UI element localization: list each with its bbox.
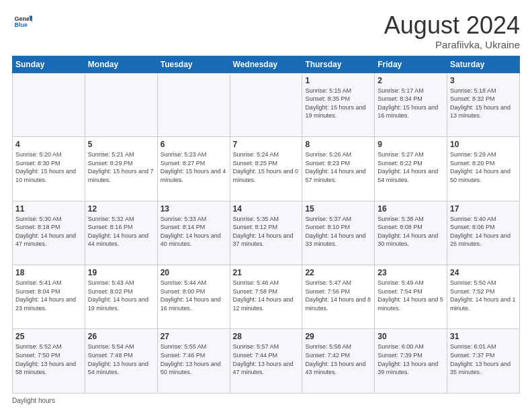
day-info: Sunrise: 5:27 AMSunset: 8:22 PMDaylight:… — [378, 150, 444, 184]
calendar-week-3: 11Sunrise: 5:30 AMSunset: 8:18 PMDayligh… — [13, 201, 520, 265]
day-number: 24 — [450, 268, 517, 277]
calendar-cell: 22Sunrise: 5:47 AMSunset: 7:56 PMDayligh… — [302, 265, 375, 329]
day-number: 1 — [305, 76, 371, 85]
day-number: 14 — [233, 204, 300, 214]
header-monday: Monday — [85, 56, 157, 73]
calendar-cell: 18Sunrise: 5:41 AMSunset: 8:04 PMDayligh… — [13, 265, 85, 329]
calendar-cell: 17Sunrise: 5:40 AMSunset: 8:06 PMDayligh… — [447, 201, 520, 265]
calendar-cell: 16Sunrise: 5:38 AMSunset: 8:08 PMDayligh… — [375, 201, 447, 265]
header-sunday: Sunday — [13, 56, 85, 73]
calendar-week-4: 18Sunrise: 5:41 AMSunset: 8:04 PMDayligh… — [13, 265, 520, 329]
day-info: Sunrise: 5:46 AMSunset: 7:58 PMDaylight:… — [233, 279, 300, 312]
day-number: 18 — [15, 268, 82, 277]
day-number: 17 — [450, 204, 517, 214]
header-wednesday: Wednesday — [230, 56, 302, 73]
day-info: Sunrise: 5:55 AMSunset: 7:46 PMDaylight:… — [161, 342, 227, 376]
day-number: 22 — [305, 268, 371, 277]
day-info: Sunrise: 5:15 AMSunset: 8:35 PMDaylight:… — [305, 87, 371, 120]
calendar-cell: 15Sunrise: 5:37 AMSunset: 8:10 PMDayligh… — [302, 201, 375, 265]
day-info: Sunrise: 5:58 AMSunset: 7:42 PMDaylight:… — [305, 342, 371, 376]
header-saturday: Saturday — [447, 56, 520, 73]
day-number: 10 — [450, 140, 517, 149]
page: General Blue August 2024 Parafiivka, Ukr… — [0, 0, 532, 411]
day-info: Sunrise: 5:43 AMSunset: 8:02 PMDaylight:… — [88, 279, 154, 312]
calendar-cell: 6Sunrise: 5:23 AMSunset: 8:27 PMDaylight… — [157, 137, 230, 201]
day-info: Sunrise: 5:33 AMSunset: 8:14 PMDaylight:… — [161, 215, 227, 248]
calendar-table: Sunday Monday Tuesday Wednesday Thursday… — [12, 56, 520, 394]
calendar-cell: 8Sunrise: 5:26 AMSunset: 8:23 PMDaylight… — [302, 137, 375, 201]
day-info: Sunrise: 5:17 AMSunset: 8:34 PMDaylight:… — [378, 87, 444, 120]
day-info: Sunrise: 5:47 AMSunset: 7:56 PMDaylight:… — [305, 279, 371, 312]
day-number: 4 — [15, 140, 82, 149]
day-info: Sunrise: 5:35 AMSunset: 8:12 PMDaylight:… — [233, 215, 300, 248]
calendar-cell: 10Sunrise: 5:29 AMSunset: 8:20 PMDayligh… — [447, 137, 520, 201]
calendar-cell: 13Sunrise: 5:33 AMSunset: 8:14 PMDayligh… — [157, 201, 230, 265]
calendar-cell: 23Sunrise: 5:49 AMSunset: 7:54 PMDayligh… — [375, 265, 447, 329]
day-info: Sunrise: 5:18 AMSunset: 8:32 PMDaylight:… — [450, 87, 517, 120]
day-number: 27 — [161, 332, 227, 341]
header: General Blue August 2024 Parafiivka, Ukr… — [12, 12, 520, 50]
day-number: 8 — [305, 140, 371, 149]
day-number: 30 — [378, 332, 444, 341]
calendar-cell — [13, 73, 85, 136]
day-info: Sunrise: 5:41 AMSunset: 8:04 PMDaylight:… — [15, 279, 82, 312]
footer: Daylight hours — [12, 397, 520, 404]
footer-text: Daylight hours — [12, 397, 55, 404]
day-info: Sunrise: 5:37 AMSunset: 8:10 PMDaylight:… — [305, 215, 371, 248]
day-info: Sunrise: 5:52 AMSunset: 7:50 PMDaylight:… — [15, 342, 82, 376]
calendar-cell: 3Sunrise: 5:18 AMSunset: 8:32 PMDaylight… — [447, 73, 520, 136]
day-number: 11 — [15, 204, 82, 214]
day-info: Sunrise: 5:29 AMSunset: 8:20 PMDaylight:… — [450, 150, 517, 184]
calendar-cell: 24Sunrise: 5:50 AMSunset: 7:52 PMDayligh… — [447, 265, 520, 329]
day-number: 31 — [450, 332, 517, 341]
day-number: 29 — [305, 332, 371, 341]
day-info: Sunrise: 5:24 AMSunset: 8:25 PMDaylight:… — [233, 150, 300, 184]
day-info: Sunrise: 5:20 AMSunset: 8:30 PMDaylight:… — [15, 150, 82, 184]
day-number: 25 — [15, 332, 82, 341]
day-number: 15 — [305, 204, 371, 214]
day-info: Sunrise: 5:44 AMSunset: 8:00 PMDaylight:… — [161, 279, 227, 312]
day-number: 2 — [378, 76, 444, 85]
calendar-cell: 26Sunrise: 5:54 AMSunset: 7:48 PMDayligh… — [85, 329, 157, 394]
calendar-cell — [157, 73, 230, 136]
day-info: Sunrise: 5:54 AMSunset: 7:48 PMDaylight:… — [88, 342, 154, 376]
day-number: 7 — [233, 140, 300, 149]
day-info: Sunrise: 5:38 AMSunset: 8:08 PMDaylight:… — [378, 215, 444, 248]
calendar-cell: 7Sunrise: 5:24 AMSunset: 8:25 PMDaylight… — [230, 137, 302, 201]
day-info: Sunrise: 5:49 AMSunset: 7:54 PMDaylight:… — [378, 279, 444, 312]
calendar-week-1: 1Sunrise: 5:15 AMSunset: 8:35 PMDaylight… — [13, 73, 520, 136]
day-info: Sunrise: 5:40 AMSunset: 8:06 PMDaylight:… — [450, 215, 517, 248]
calendar-cell — [230, 73, 302, 136]
calendar-cell: 2Sunrise: 5:17 AMSunset: 8:34 PMDaylight… — [375, 73, 447, 136]
calendar-cell: 9Sunrise: 5:27 AMSunset: 8:22 PMDaylight… — [375, 137, 447, 201]
day-info: Sunrise: 6:01 AMSunset: 7:37 PMDaylight:… — [450, 342, 517, 376]
day-number: 21 — [233, 268, 300, 277]
calendar-header: Sunday Monday Tuesday Wednesday Thursday… — [13, 56, 520, 73]
calendar-subtitle: Parafiivka, Ukraine — [384, 39, 520, 50]
day-number: 5 — [88, 140, 154, 149]
calendar-cell: 30Sunrise: 6:00 AMSunset: 7:39 PMDayligh… — [375, 329, 447, 394]
day-number: 12 — [88, 204, 154, 214]
day-info: Sunrise: 6:00 AMSunset: 7:39 PMDaylight:… — [378, 342, 444, 376]
svg-text:Blue: Blue — [14, 21, 28, 28]
day-info: Sunrise: 5:21 AMSunset: 8:29 PMDaylight:… — [88, 150, 154, 184]
header-thursday: Thursday — [302, 56, 375, 73]
calendar-cell: 20Sunrise: 5:44 AMSunset: 8:00 PMDayligh… — [157, 265, 230, 329]
logo-icon: General Blue — [13, 12, 32, 31]
day-number: 6 — [161, 140, 227, 149]
day-number: 3 — [450, 76, 517, 85]
calendar-cell: 19Sunrise: 5:43 AMSunset: 8:02 PMDayligh… — [85, 265, 157, 329]
day-number: 16 — [378, 204, 444, 214]
day-info: Sunrise: 5:23 AMSunset: 8:27 PMDaylight:… — [161, 150, 227, 184]
title-block: August 2024 Parafiivka, Ukraine — [384, 12, 520, 50]
calendar-cell: 12Sunrise: 5:32 AMSunset: 8:16 PMDayligh… — [85, 201, 157, 265]
calendar-week-5: 25Sunrise: 5:52 AMSunset: 7:50 PMDayligh… — [13, 329, 520, 394]
header-tuesday: Tuesday — [157, 56, 230, 73]
day-number: 9 — [378, 140, 444, 149]
calendar-cell: 28Sunrise: 5:57 AMSunset: 7:44 PMDayligh… — [230, 329, 302, 394]
day-number: 26 — [88, 332, 154, 341]
calendar-cell: 14Sunrise: 5:35 AMSunset: 8:12 PMDayligh… — [230, 201, 302, 265]
calendar-week-2: 4Sunrise: 5:20 AMSunset: 8:30 PMDaylight… — [13, 137, 520, 201]
day-number: 13 — [161, 204, 227, 214]
calendar-cell: 29Sunrise: 5:58 AMSunset: 7:42 PMDayligh… — [302, 329, 375, 394]
